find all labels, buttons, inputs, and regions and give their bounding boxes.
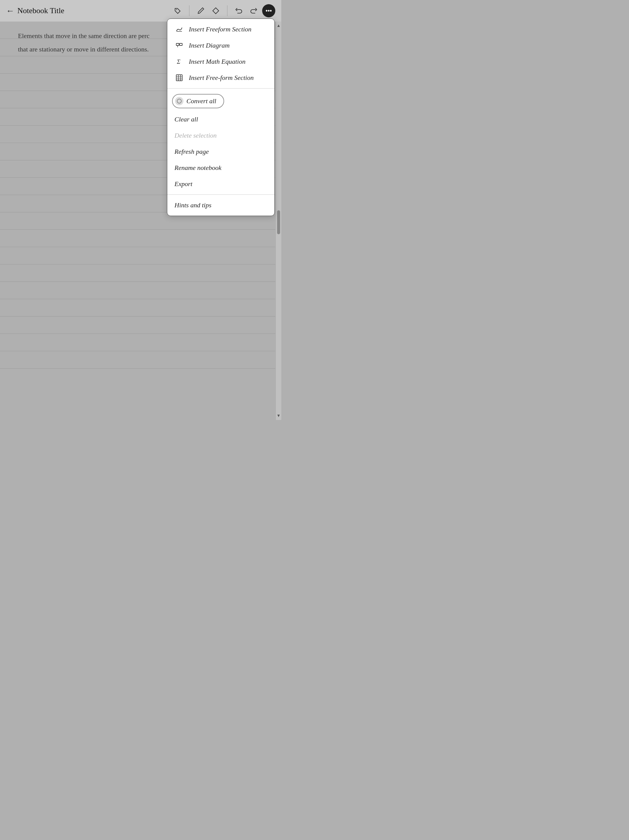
notebook-title: Notebook Title — [17, 6, 64, 15]
grid-icon — [174, 74, 184, 82]
delete-selection-label: Delete selection — [174, 132, 217, 139]
menu-item-insert-diagram-label: Insert Diagram — [189, 41, 229, 49]
toolbar-left: ← Notebook Title — [6, 6, 171, 16]
divider-2 — [227, 5, 228, 16]
toolbar-center: ••• — [171, 4, 275, 17]
more-options-icon: ••• — [266, 8, 272, 14]
menu-item-refresh-page[interactable]: Refresh page — [167, 144, 274, 160]
svg-rect-2 — [176, 43, 179, 46]
menu-item-insert-diagram[interactable]: Insert Diagram — [167, 37, 274, 54]
menu-item-clear-all[interactable]: Clear all — [167, 111, 274, 128]
scrollbar[interactable]: ▲ ▼ — [276, 22, 281, 420]
menu-item-convert-all[interactable]: Convert all — [167, 91, 274, 111]
dropdown-menu: Insert Freeform Section Insert Diagram Σ — [167, 19, 275, 216]
convert-all-icon — [175, 97, 183, 105]
freeform-icon — [174, 25, 184, 33]
convert-all-pill: Convert all — [172, 94, 224, 108]
eraser-icon[interactable] — [209, 4, 222, 17]
tags-icon[interactable] — [171, 4, 184, 17]
menu-section-actions: Convert all Clear all Delete selection R… — [167, 88, 274, 194]
back-button[interactable]: ← — [6, 6, 14, 16]
menu-item-insert-math-label: Insert Math Equation — [189, 58, 245, 66]
divider-1 — [189, 5, 190, 16]
menu-item-export[interactable]: Export — [167, 176, 274, 192]
menu-item-insert-freeform-section-label: Insert Free-form Section — [189, 74, 254, 82]
menu-item-delete-selection: Delete selection — [167, 128, 274, 144]
menu-item-insert-freeform-label: Insert Freeform Section — [189, 25, 251, 33]
redo-icon[interactable] — [247, 4, 260, 17]
export-label: Export — [174, 180, 193, 188]
convert-all-label: Convert all — [186, 97, 217, 105]
more-options-button[interactable]: ••• — [262, 4, 275, 17]
menu-item-hints-tips[interactable]: Hints and tips — [167, 197, 274, 213]
menu-section-insert: Insert Freeform Section Insert Diagram Σ — [167, 19, 274, 88]
menu-section-help: Hints and tips — [167, 195, 274, 216]
svg-point-12 — [177, 99, 181, 103]
svg-rect-3 — [180, 43, 182, 46]
scroll-up-arrow[interactable]: ▲ — [277, 23, 281, 28]
menu-item-insert-freeform-section[interactable]: Insert Free-form Section — [167, 70, 274, 86]
hints-tips-label: Hints and tips — [174, 201, 211, 209]
menu-item-rename-notebook[interactable]: Rename notebook — [167, 160, 274, 176]
svg-point-0 — [176, 9, 177, 10]
math-icon: Σ — [174, 58, 184, 66]
svg-text:Σ: Σ — [177, 58, 180, 65]
undo-icon[interactable] — [232, 4, 245, 17]
rename-notebook-label: Rename notebook — [174, 164, 221, 172]
scroll-down-arrow[interactable]: ▼ — [277, 414, 281, 418]
scroll-thumb[interactable] — [277, 210, 280, 234]
svg-rect-7 — [176, 75, 182, 81]
refresh-page-label: Refresh page — [174, 148, 209, 156]
diagram-icon — [174, 41, 184, 49]
pen-icon[interactable] — [194, 4, 207, 17]
clear-all-label: Clear all — [174, 115, 198, 123]
menu-item-insert-math[interactable]: Σ Insert Math Equation — [167, 54, 274, 70]
menu-item-insert-freeform[interactable]: Insert Freeform Section — [167, 21, 274, 37]
